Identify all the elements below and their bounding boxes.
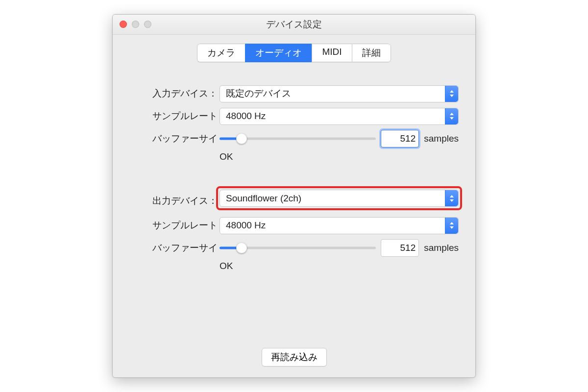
tab-camera[interactable]: カメラ [197, 44, 245, 62]
output-status: OK [220, 261, 459, 271]
input-group: 入力デバイス： 既定のデバイス サンプルレート 4 [129, 85, 459, 162]
reload-button[interactable]: 再読み込み [262, 348, 327, 367]
output-slider-thumb[interactable] [236, 243, 247, 253]
input-samplerate-value: 48000 Hz [226, 111, 266, 122]
audio-settings-form: 入力デバイス： 既定のデバイス サンプルレート 4 [113, 65, 475, 304]
input-device-label: 入力デバイス： [129, 87, 220, 100]
titlebar: デバイス設定 [113, 15, 475, 35]
minimize-icon[interactable] [132, 21, 139, 28]
close-icon[interactable] [120, 21, 127, 28]
samples-unit: samples [424, 243, 459, 253]
chevrons-icon [445, 86, 458, 102]
tab-midi[interactable]: MIDI [312, 44, 351, 62]
output-group: 出力デバイス： Soundflower (2ch) [129, 190, 459, 271]
samples-unit: samples [424, 133, 459, 144]
chevrons-icon [445, 218, 458, 234]
device-settings-window: デバイス設定 カメラ オーディオ MIDI 詳細 入力デバイス： 既定のデバイス [112, 14, 476, 378]
window-controls [120, 21, 151, 28]
chevrons-icon [445, 190, 458, 206]
output-samplerate-label: サンプルレート [129, 219, 220, 232]
output-samplerate-select[interactable]: 48000 Hz [220, 217, 459, 234]
output-device-select[interactable]: Soundflower (2ch) [220, 190, 459, 207]
input-device-select[interactable]: 既定のデバイス [220, 85, 459, 102]
input-status: OK [220, 151, 459, 162]
output-device-value: Soundflower (2ch) [226, 193, 301, 204]
input-device-value: 既定のデバイス [226, 87, 291, 100]
input-samplerate-label: サンプルレート [129, 110, 220, 122]
window-title: デバイス設定 [266, 18, 322, 31]
tab-audio[interactable]: オーディオ [245, 44, 312, 62]
tab-bar: カメラ オーディオ MIDI 詳細 [113, 35, 475, 65]
zoom-icon[interactable] [144, 21, 151, 28]
output-buffer-slider[interactable] [220, 243, 376, 253]
input-buffer-label: バッファーサイ [129, 132, 220, 145]
output-buffer-field[interactable] [381, 239, 419, 257]
output-device-highlight: Soundflower (2ch) [216, 186, 462, 210]
output-samplerate-value: 48000 Hz [226, 220, 266, 231]
input-slider-thumb[interactable] [236, 133, 247, 144]
tab-advanced[interactable]: 詳細 [352, 44, 391, 62]
input-buffer-slider[interactable] [220, 134, 376, 144]
output-buffer-label: バッファーサイ [129, 242, 220, 254]
chevrons-icon [445, 108, 458, 124]
input-buffer-field[interactable] [381, 130, 419, 147]
output-device-label: 出力デバイス： [129, 195, 220, 207]
input-samplerate-select[interactable]: 48000 Hz [220, 108, 459, 125]
